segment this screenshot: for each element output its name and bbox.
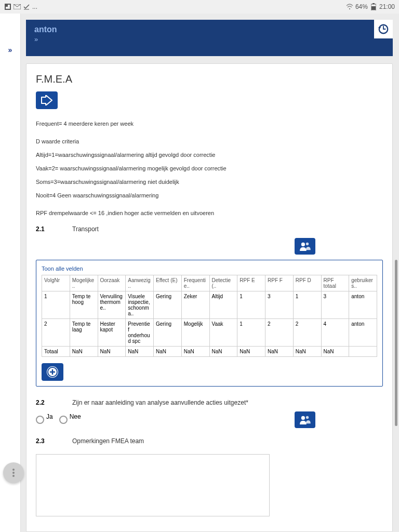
info-nooit: Nooit=4 Geen waarschuwingssignaal/alarme… <box>36 192 383 198</box>
svg-rect-2 <box>6 5 8 7</box>
table-cell: Gering <box>154 291 182 319</box>
table-cell <box>349 347 377 357</box>
sync-icon <box>378 23 389 35</box>
add-row-button[interactable] <box>42 363 63 381</box>
table-row[interactable]: 2Temp te laagHester kapotPreventief onde… <box>42 319 377 347</box>
radio-nee-label: Nee <box>70 413 81 420</box>
table-cell: 1 <box>237 291 265 319</box>
table-cell: Zeker <box>181 291 209 319</box>
navigate-button[interactable] <box>36 91 58 109</box>
arrow-right-icon <box>41 95 53 105</box>
check-icon <box>23 3 30 10</box>
persons-icon <box>299 415 311 424</box>
expand-sidebar-button[interactable]: » <box>0 46 20 54</box>
table-row[interactable]: 1Temp te hoogVervuiling thermome..Visuel… <box>42 291 377 319</box>
persons-button-1[interactable] <box>295 238 315 255</box>
header-title: anton <box>34 25 57 34</box>
svg-point-20 <box>12 475 15 477</box>
table-header: Detectie (.. <box>209 275 237 291</box>
table-cell: 3 <box>265 291 294 319</box>
table-cell: Hester kapot <box>98 319 126 347</box>
section-2-1-label: Transport <box>72 225 99 233</box>
table-header: Effect (E) <box>154 275 182 291</box>
table-row[interactable]: TotaalNaNNaNNaNNaNNaNNaNNaNNaNNaNNaN <box>42 347 377 357</box>
info-frequent: Frequent= 4 meerdere keren per week <box>36 121 383 127</box>
svg-rect-8 <box>371 6 376 10</box>
table-cell: NaN <box>321 347 349 357</box>
page-title: F.M.E.A <box>36 73 383 85</box>
battery-icon <box>370 3 377 10</box>
radio-ja-label: Ja <box>46 413 53 420</box>
status-bar: ... 64% 21:00 <box>0 0 399 14</box>
section-2-2-label: Zijn er naar aanleiding van analyse aanv… <box>72 399 248 406</box>
fmea-table-container: Toon alle velden VolgNrMogelijke ..Oorza… <box>36 260 383 387</box>
clock: 21:00 <box>379 3 395 10</box>
section-2-2-num: 2.2 <box>36 399 57 406</box>
section-2-3-label: Opmerkingen FMEA team <box>72 437 144 445</box>
table-cell: Totaal <box>42 347 70 357</box>
table-header: gebruikers.. <box>349 275 377 291</box>
table-cell: NaN <box>265 347 294 357</box>
table-header: VolgNr <box>42 275 70 291</box>
table-cell: 2 <box>293 319 321 347</box>
table-header: Mogelijke .. <box>70 275 98 291</box>
wifi-icon <box>346 3 353 10</box>
svg-point-16 <box>301 416 305 420</box>
table-header: RPF D <box>293 275 321 291</box>
table-cell: NaN <box>209 347 237 357</box>
table-cell: 2 <box>265 319 294 347</box>
radio-nee[interactable] <box>59 416 68 424</box>
scrollbar[interactable] <box>395 260 397 426</box>
table-cell: Visuele inspectie, schoonma.. <box>126 291 154 319</box>
table-cell: NaN <box>154 347 182 357</box>
table-cell: Gering <box>154 319 182 347</box>
show-all-fields-link[interactable]: Toon alle velden <box>42 265 377 272</box>
table-cell: 1 <box>293 291 321 319</box>
table-cell: NaN <box>293 347 321 357</box>
fab-more-button[interactable] <box>3 462 24 483</box>
table-cell: Vaak <box>209 319 237 347</box>
header-breadcrumb: » <box>34 35 57 43</box>
table-cell: Altijd <box>209 291 237 319</box>
table-cell: NaN <box>237 347 265 357</box>
table-cell: Vervuiling thermome.. <box>98 291 126 319</box>
svg-point-19 <box>12 472 15 474</box>
svg-point-17 <box>306 416 309 419</box>
battery-pct: 64% <box>355 3 368 10</box>
table-cell: 4 <box>321 319 349 347</box>
section-2-1-num: 2.1 <box>36 225 57 233</box>
fmea-table: VolgNrMogelijke ..OorzaakAanwezig..Effec… <box>42 275 377 357</box>
flipboard-icon <box>4 3 11 10</box>
dots-vertical-icon <box>12 468 15 477</box>
info-d-criteria: D waarde criteria <box>36 138 383 144</box>
table-header: Frequentie.. <box>181 275 209 291</box>
table-header: Aanwezig.. <box>126 275 154 291</box>
table-header: Oorzaak <box>98 275 126 291</box>
table-cell: NaN <box>126 347 154 357</box>
mail-icon <box>14 3 21 10</box>
persons-button-2[interactable] <box>295 411 315 428</box>
table-cell: Preventief onderhoud spc <box>126 319 154 347</box>
table-header: RPF E <box>237 275 265 291</box>
info-soms: Soms=3=waarschuwingssignaal/alarmering n… <box>36 179 383 185</box>
table-cell: NaN <box>181 347 209 357</box>
left-sidebar: » <box>0 14 21 532</box>
app-header: anton » <box>26 20 393 56</box>
table-cell: NaN <box>70 347 98 357</box>
plus-circle-icon <box>46 365 59 379</box>
table-cell: Mogelijk <box>181 319 209 347</box>
table-cell: Temp te laag <box>70 319 98 347</box>
table-header: RPF F <box>265 275 294 291</box>
svg-point-5 <box>349 8 350 9</box>
status-more: ... <box>32 3 37 10</box>
table-cell: anton <box>349 319 377 347</box>
table-header: RPF totaal <box>321 275 349 291</box>
table-cell: NaN <box>98 347 126 357</box>
persons-icon <box>299 242 311 251</box>
table-cell: 2 <box>42 319 70 347</box>
comments-textarea[interactable] <box>36 454 270 516</box>
info-rpf: RPF drempelwaarde <= 16 ,indien hoger ac… <box>36 210 383 216</box>
header-action-button[interactable] <box>374 20 393 38</box>
svg-point-11 <box>306 243 309 245</box>
radio-ja[interactable] <box>36 416 44 424</box>
